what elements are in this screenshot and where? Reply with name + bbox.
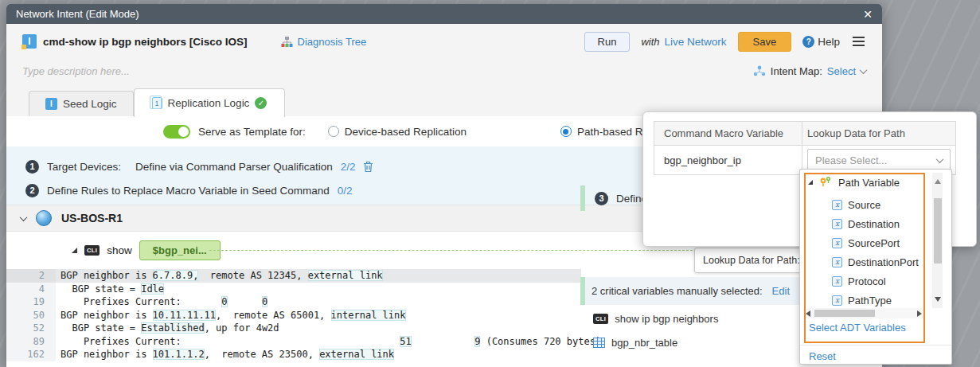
code-text: BGP neighbor is 101.1.1.2, remote AS 235… xyxy=(56,348,581,361)
dropdown-item-label: PathType xyxy=(848,295,892,306)
tab-seed-logic[interactable]: I Seed Logic xyxy=(29,91,134,116)
line-number: 2 xyxy=(6,269,56,283)
line-number: 50 xyxy=(6,309,56,322)
parser-table-item[interactable]: bgp_nbr_table xyxy=(593,337,677,349)
parsed-token: external link xyxy=(308,270,383,281)
code-text: BGP neighbor is 10.11.11.11, remote AS 6… xyxy=(56,309,581,322)
expander-icon[interactable] xyxy=(808,180,813,185)
parsed-token: 10.11.11.11 xyxy=(153,310,216,321)
radio-device-based-replication[interactable]: Device-based Replication xyxy=(328,126,467,138)
macro-variable-name: bgp_neighbor_ip xyxy=(664,154,741,166)
dropdown-item-label: DestinationPort xyxy=(848,256,919,268)
variable-icon: x xyxy=(832,238,842,248)
scroll-right-icon[interactable] xyxy=(917,310,922,317)
scroll-up-icon[interactable] xyxy=(935,179,941,184)
code-line[interactable]: 162BGP neighbor is 101.1.1.2, remote AS … xyxy=(6,348,581,361)
dropdown-item-destination[interactable]: xDestination xyxy=(800,214,927,233)
parser-command-item[interactable]: CLI show ip bgp neighbors xyxy=(593,313,718,325)
menu-icon[interactable] xyxy=(851,35,866,48)
run-button[interactable]: Run xyxy=(584,32,631,52)
vertical-scrollbar[interactable] xyxy=(932,173,943,308)
code-lines: 2BGP neighbor is 6.7.8.9, remote AS 1234… xyxy=(6,269,581,361)
step1-detail[interactable]: Define via Command Parser Qualification xyxy=(135,161,333,173)
dropdown-item-sourceport[interactable]: xSourcePort xyxy=(800,233,927,252)
diagnosis-tree-icon xyxy=(281,36,293,48)
step3-define: 3 Define xyxy=(580,185,647,211)
step2-badge: 2 xyxy=(25,184,39,197)
reset-link[interactable]: Reset xyxy=(809,350,836,362)
select-adt-variables-link[interactable]: Select ADT Variables xyxy=(809,322,906,334)
code-text: Prefixes Current: 0 0 xyxy=(56,295,581,309)
horizontal-scrollbar[interactable] xyxy=(803,308,924,318)
code-line[interactable]: 89 Prefixes Current: 51 9 (Consumes 720 … xyxy=(6,335,581,349)
code-text: BGP neighbor is 6.7.8.9, remote AS 12345… xyxy=(56,269,581,283)
line-number: 52 xyxy=(6,322,56,335)
parsed-token: 0 xyxy=(262,296,267,307)
parsed-token: 51 xyxy=(400,336,411,347)
dialog-title: Network Intent (Edit Mode) xyxy=(16,8,139,20)
intent-map-control[interactable]: Intent Map: Select xyxy=(753,65,866,77)
dropdown-item-destinationport[interactable]: xDestinationPort xyxy=(800,252,927,271)
critical-variables-note: 2 critical variables manually selected: xyxy=(592,285,763,297)
chevron-down-icon[interactable] xyxy=(860,66,868,74)
intent-map-select-link[interactable]: Select xyxy=(827,65,856,77)
dropdown-item-source[interactable]: xSource xyxy=(800,195,927,214)
help-icon: ? xyxy=(802,36,814,48)
step1-badge: 1 xyxy=(25,160,39,174)
check-icon: ✓ xyxy=(255,97,267,109)
parsed-token: Idle xyxy=(141,283,164,295)
dialog-titlebar[interactable]: Network Intent (Edit Mode) ✕ xyxy=(6,4,882,24)
code-line[interactable]: 52 BGP state = Established, up for 4w2d xyxy=(6,322,581,335)
collapse-chevron-icon[interactable] xyxy=(20,213,28,221)
diagnosis-tree-link[interactable]: Diagnosis Tree xyxy=(281,36,367,48)
code-line[interactable]: 19 Prefixes Current: 0 0 xyxy=(6,295,581,309)
cli-badge: CLI xyxy=(84,245,100,256)
save-button[interactable]: Save xyxy=(738,32,792,52)
parsed-token: 0 xyxy=(221,296,227,307)
path-pins-icon xyxy=(817,176,834,189)
dropdown-item-protocol[interactable]: xProtocol xyxy=(800,271,927,291)
chevron-down-icon xyxy=(936,155,944,163)
step1-count[interactable]: 2/2 xyxy=(341,161,356,173)
description-input[interactable]: Type description here... xyxy=(22,65,130,77)
live-network-link[interactable]: Live Network xyxy=(665,36,727,48)
device-name: US-BOS-R1 xyxy=(61,212,123,224)
with-label: with xyxy=(641,36,659,48)
dialog-header: I cmd-show ip bgp neighbors [Cisco IOS] … xyxy=(6,24,882,116)
step2-count[interactable]: 0/2 xyxy=(338,185,353,197)
serve-as-template-toggle[interactable] xyxy=(163,125,190,139)
dropdown-item-label: SourcePort xyxy=(848,237,900,249)
radio-icon xyxy=(328,126,339,137)
tab-replication-logic[interactable]: 1 Replication Logic ✓ xyxy=(134,88,286,117)
code-line[interactable]: 2BGP neighbor is 6.7.8.9, remote AS 1234… xyxy=(6,269,581,283)
expander-icon[interactable] xyxy=(72,248,77,253)
dropdown-item-pathtype[interactable]: xPathType xyxy=(800,291,927,310)
lookup-data-select[interactable]: Please Select... xyxy=(807,149,951,171)
parsed-token: external link xyxy=(319,349,394,360)
scrollbar-thumb[interactable] xyxy=(934,198,942,264)
step3-badge: 3 xyxy=(595,192,608,205)
scroll-left-icon[interactable] xyxy=(806,310,810,317)
scroll-down-icon[interactable] xyxy=(935,297,941,302)
macro-variable-table: Command Macro Variable Lookup Data for P… xyxy=(654,121,956,175)
variable-icon: x xyxy=(832,276,842,287)
dropdown-item-label: Protocol xyxy=(848,275,886,287)
path-variable-group[interactable]: Path Variable xyxy=(808,176,900,189)
table-icon xyxy=(593,338,605,348)
intent-map-icon xyxy=(753,65,766,76)
trash-icon[interactable] xyxy=(363,161,373,173)
column-header: Command Macro Variable xyxy=(664,127,783,139)
code-line[interactable]: 50BGP neighbor is 10.11.11.11, remote AS… xyxy=(6,309,581,322)
command-text: show xyxy=(107,244,132,256)
code-text: Prefixes Current: 51 9 (Consumes 720 byt… xyxy=(56,335,601,349)
screen: Network Intent (Edit Mode) ✕ I cmd-show … xyxy=(0,0,980,367)
column-header: Lookup Data for Path xyxy=(807,127,905,139)
macro-variable-pill[interactable]: $bgp_nei... xyxy=(139,240,221,260)
close-icon[interactable]: ✕ xyxy=(863,9,873,20)
dropdown-item-label: Destination xyxy=(848,218,900,230)
help-link[interactable]: ? Help xyxy=(802,36,840,48)
parsed-token: Established xyxy=(141,322,204,334)
scrollbar-thumb[interactable] xyxy=(814,310,875,317)
edit-link[interactable]: Edit xyxy=(772,285,790,297)
code-line[interactable]: 4 BGP state = Idle xyxy=(6,283,581,296)
